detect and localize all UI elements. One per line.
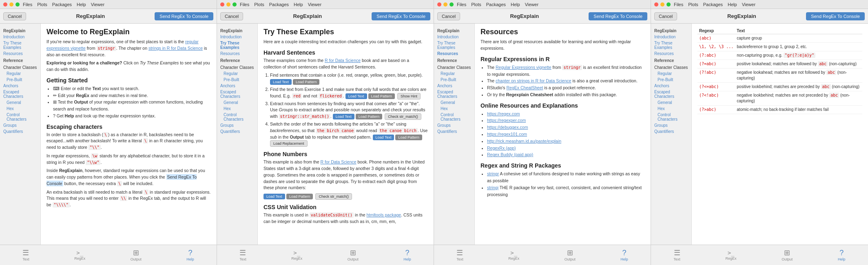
- link-rds-2[interactable]: R for Data Science: [325, 58, 361, 63]
- maximize-dot-3[interactable]: [450, 2, 454, 7]
- sidebar-item-anchors-4[interactable]: Anchors: [651, 83, 691, 89]
- menu-files-1[interactable]: Files: [23, 2, 32, 7]
- link-regex101-3[interactable]: https://regex101.com: [487, 132, 527, 137]
- sidebar-item-general-4[interactable]: General: [651, 99, 691, 106]
- sidebar-item-try-2[interactable]: Try These Examples: [217, 40, 257, 51]
- btn-load-pattern-h3[interactable]: Load Pattern: [356, 114, 383, 119]
- btn-hint-h3[interactable]: Check str_match(): [385, 113, 421, 120]
- sidebar-item-anchors-2[interactable]: Anchors: [217, 83, 257, 89]
- menu-packages-1[interactable]: Packages: [52, 2, 72, 7]
- link-cheatsheet-3[interactable]: RegEx CheatSheet: [507, 85, 543, 90]
- cancel-button-4[interactable]: Cancel: [654, 12, 677, 20]
- sidebar-item-anchors-1[interactable]: Anchors: [0, 83, 40, 89]
- tab-output-3[interactable]: ⊞ Output: [560, 247, 580, 263]
- tab-help-4[interactable]: ? Help: [833, 247, 850, 263]
- btn-load-pattern-h2[interactable]: Load Pattern: [368, 93, 395, 99]
- close-dot-1[interactable]: [3, 2, 7, 7]
- sidebar-item-resources-4[interactable]: Resources: [651, 51, 691, 57]
- sidebar-item-groups-2[interactable]: Groups: [217, 122, 257, 128]
- menu-viewer-1[interactable]: Viewer: [91, 2, 104, 7]
- menu-viewer-4[interactable]: Viewer: [742, 2, 755, 7]
- sidebar-item-prebuilt-4[interactable]: Pre-Built: [651, 77, 691, 83]
- tab-output-1[interactable]: ⊞ Output: [126, 247, 146, 263]
- sidebar-item-groups-1[interactable]: Groups: [0, 122, 40, 128]
- link-regexrx-3[interactable]: RegexRx (app): [487, 146, 516, 150]
- tab-output-2[interactable]: ⊞ Output: [343, 247, 363, 263]
- link-rds-phone-2[interactable]: R for Data Science: [320, 159, 356, 164]
- btn-hint-phone[interactable]: Check str_match(): [315, 193, 352, 200]
- maximize-dot-2[interactable]: [232, 2, 237, 7]
- btn-load-text-h1[interactable]: Load Text: [270, 79, 292, 85]
- tab-regex-3[interactable]: >_ RegEx: [503, 248, 524, 262]
- btn-hint-h2[interactable]: Show Hint: [397, 93, 421, 99]
- btn-load-text-h4[interactable]: Load Text: [373, 135, 394, 140]
- btn-load-phone[interactable]: Load Text: [264, 194, 285, 199]
- link-htmltools-2[interactable]: htmltools package: [367, 212, 401, 217]
- sidebar-item-escaped-2[interactable]: Escaped Characters: [217, 89, 257, 99]
- sidebar-item-prebuilt-2[interactable]: Pre-Built: [217, 77, 257, 83]
- sidebar-item-hex-1[interactable]: Hex: [0, 106, 40, 112]
- sidebar-item-groups-4[interactable]: Groups: [651, 122, 691, 128]
- link-rickmeasham-3[interactable]: http://rick.measham.id.au/paste/explain: [487, 139, 561, 144]
- menu-viewer-3[interactable]: Viewer: [525, 2, 538, 7]
- menu-files-3[interactable]: Files: [457, 2, 466, 7]
- sidebar-item-quantifiers-2[interactable]: Quantifiers: [217, 128, 257, 135]
- tab-regex-2[interactable]: >_ RegEx: [286, 248, 307, 262]
- sidebar-item-try-1[interactable]: Try These Examples: [0, 40, 40, 51]
- btn-load-pattern-h4[interactable]: Load Pattern: [395, 135, 422, 140]
- sidebar-item-anchors-3[interactable]: Anchors: [434, 83, 474, 89]
- link-chapter-3[interactable]: chapter on strings in R for Data Science: [496, 78, 571, 83]
- sidebar-item-escaped-3[interactable]: Escaped Characters: [434, 89, 474, 99]
- send-button-1[interactable]: Send RegEx To Console: [155, 12, 213, 20]
- sidebar-item-prebuilt-1[interactable]: Pre-Built: [0, 77, 40, 83]
- link-regexbuddy-3[interactable]: Regex Buddy (paid app): [487, 152, 533, 157]
- link-regexper-3[interactable]: https://regexper.com: [487, 118, 526, 123]
- tab-help-3[interactable]: ? Help: [616, 247, 633, 263]
- link-regex-vignette-3[interactable]: Regular Expressions vignette: [496, 65, 551, 70]
- tab-text-1[interactable]: ☰ Text: [18, 247, 34, 263]
- sidebar-item-prebuilt-3[interactable]: Pre-Built: [434, 77, 474, 83]
- sidebar-item-groups-3[interactable]: Groups: [434, 122, 474, 128]
- sidebar-item-quantifiers-4[interactable]: Quantifiers: [651, 128, 691, 135]
- sidebar-item-control-3[interactable]: Control Characters: [434, 112, 474, 122]
- send-button-3[interactable]: Send RegEx To Console: [589, 12, 647, 20]
- btn-load-pattern-phone[interactable]: Load Pattern: [286, 194, 313, 199]
- menu-help-4[interactable]: Help: [728, 2, 737, 7]
- sidebar-item-hex-3[interactable]: Hex: [434, 106, 474, 112]
- sidebar-item-regular-3[interactable]: Regular: [434, 71, 474, 77]
- sidebar-item-introduction-2[interactable]: Introduction: [217, 34, 257, 40]
- link-chapter-1[interactable]: strings in R for Data Science: [148, 46, 203, 51]
- sidebar-item-quantifiers-1[interactable]: Quantifiers: [0, 128, 40, 135]
- minimize-dot-1[interactable]: [9, 2, 13, 7]
- sidebar-item-general-1[interactable]: General: [0, 99, 40, 106]
- menu-packages-3[interactable]: Packages: [486, 2, 506, 7]
- sidebar-item-hex-2[interactable]: Hex: [217, 106, 257, 112]
- sidebar-item-general-2[interactable]: General: [217, 99, 257, 106]
- sidebar-item-introduction-4[interactable]: Introduction: [651, 34, 691, 40]
- maximize-dot-4[interactable]: [666, 2, 671, 7]
- send-button-4[interactable]: Send RegEx To Console: [806, 12, 865, 20]
- link-regexr-3[interactable]: https://regex.com: [487, 111, 520, 116]
- minimize-dot-3[interactable]: [443, 2, 447, 7]
- menu-plots-2[interactable]: Plots: [254, 2, 264, 7]
- send-button-2[interactable]: Send RegEx To Console: [372, 12, 430, 20]
- link-stringi-3[interactable]: stringi: [487, 185, 498, 190]
- cancel-button-2[interactable]: Cancel: [220, 12, 243, 20]
- menu-help-2[interactable]: Help: [294, 2, 303, 7]
- link-debuggex-3[interactable]: https://debuggex.com: [487, 125, 528, 130]
- close-dot-4[interactable]: [654, 2, 658, 7]
- close-dot-3[interactable]: [437, 2, 441, 7]
- sidebar-item-control-1[interactable]: Control Characters: [0, 112, 40, 122]
- btn-hint-h4[interactable]: Load Replacement: [270, 140, 308, 147]
- sidebar-item-try-3[interactable]: Try These Examples: [434, 40, 474, 51]
- btn-load-text-h3[interactable]: Load Text: [333, 114, 354, 119]
- menu-viewer-2[interactable]: Viewer: [308, 2, 321, 7]
- menu-help-1[interactable]: Help: [77, 2, 86, 7]
- close-dot-2[interactable]: [220, 2, 224, 7]
- btn-load-pattern-h1[interactable]: Load Pattern: [293, 79, 320, 85]
- menu-help-3[interactable]: Help: [511, 2, 520, 7]
- sidebar-item-general-3[interactable]: General: [434, 99, 474, 106]
- sidebar-item-introduction-1[interactable]: Introduction: [0, 34, 40, 40]
- menu-plots-1[interactable]: Plots: [37, 2, 47, 7]
- sidebar-item-introduction-3[interactable]: Introduction: [434, 34, 474, 40]
